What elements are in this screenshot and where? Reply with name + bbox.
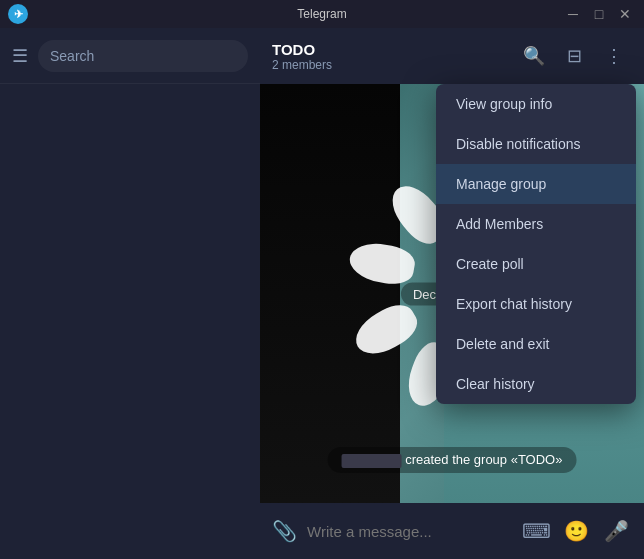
chat-name: TODO [272,41,506,58]
dropdown-item-add-members[interactable]: Add Members [436,204,636,244]
search-input-label: Search [50,48,94,64]
window-controls: ─ □ ✕ [562,3,636,25]
telegram-logo: ✈ [8,4,28,24]
system-message-text: created the group «TODO» [405,452,562,467]
dropdown-item-view-group-info[interactable]: View group info [436,84,636,124]
main-layout: ☰ Search TODO 2 members 🔍 ⊟ ⋮ [0,28,644,559]
dropdown-item-create-poll[interactable]: Create poll [436,244,636,284]
attach-button[interactable]: 📎 [272,519,297,543]
dropdown-item-clear-history[interactable]: Clear history [436,364,636,404]
dropdown-item-manage-group[interactable]: Manage group [436,164,636,204]
message-input[interactable] [307,523,510,540]
dropdown-item-export-chat-history[interactable]: Export chat history [436,284,636,324]
chat-actions: 🔍 ⊟ ⋮ [516,38,632,74]
search-button[interactable]: 🔍 [516,38,552,74]
chat-info: TODO 2 members [272,41,506,72]
chat-members: 2 members [272,58,506,72]
input-actions: ⌨ 🙂 🎤 [520,515,632,547]
chat-input-bar: 📎 ⌨ 🙂 🎤 [260,503,644,559]
search-box[interactable]: Search [38,40,248,72]
app-title: Telegram [297,7,346,21]
columns-button[interactable]: ⊟ [556,38,592,74]
sidebar-header: ☰ Search [0,28,260,84]
sidebar-content [0,84,260,559]
user-name-block [342,454,402,468]
system-message: created the group «TODO» [328,447,577,473]
bot-command-button[interactable]: ⌨ [520,515,552,547]
dropdown-item-delete-and-exit[interactable]: Delete and exit [436,324,636,364]
dropdown-menu: View group infoDisable notificationsMana… [436,84,636,404]
close-button[interactable]: ✕ [614,3,636,25]
sidebar: ☰ Search [0,28,260,559]
minimize-button[interactable]: ─ [562,3,584,25]
chat-header: TODO 2 members 🔍 ⊟ ⋮ [260,28,644,84]
maximize-button[interactable]: □ [588,3,610,25]
titlebar: ✈ Telegram ─ □ ✕ [0,0,644,28]
more-options-button[interactable]: ⋮ [596,38,632,74]
emoji-button[interactable]: 🙂 [560,515,592,547]
voice-button[interactable]: 🎤 [600,515,632,547]
hamburger-icon[interactable]: ☰ [12,45,28,67]
chat-area: TODO 2 members 🔍 ⊟ ⋮ [260,28,644,559]
dropdown-item-disable-notifications[interactable]: Disable notifications [436,124,636,164]
